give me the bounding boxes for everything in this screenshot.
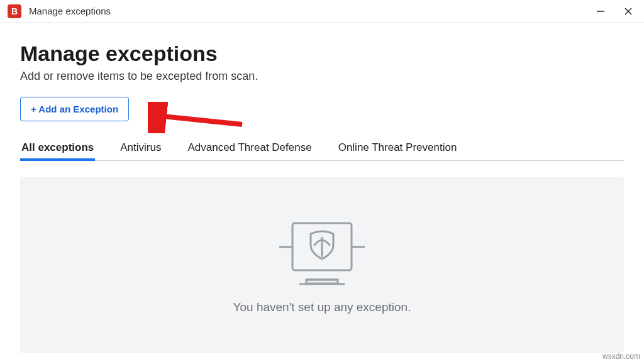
window-controls <box>592 3 636 19</box>
minimize-button[interactable] <box>592 3 609 19</box>
tab-online-threat-prevention[interactable]: Online Threat Prevention <box>337 138 458 160</box>
empty-state-text: You haven't set up any exception. <box>233 300 411 314</box>
close-button[interactable] <box>620 3 636 19</box>
add-exception-button[interactable]: + Add an Exception <box>20 97 129 121</box>
empty-state-panel: You haven't set up any exception. <box>20 177 624 353</box>
tab-advanced-threat-defense[interactable]: Advanced Threat Defense <box>186 138 313 160</box>
page-title: Manage exceptions <box>20 41 624 66</box>
titlebar: B Manage exceptions <box>0 0 644 23</box>
window-title: Manage exceptions <box>29 6 592 16</box>
add-exception-label: + Add an Exception <box>31 104 118 114</box>
app-icon: B <box>8 4 21 18</box>
empty-state-icon <box>275 217 369 289</box>
tab-all-exceptions[interactable]: All exceptions <box>20 138 95 160</box>
tabs: All exceptions Antivirus Advanced Threat… <box>20 138 624 161</box>
watermark: wsxdn.com <box>602 352 640 361</box>
page-subtitle: Add or remove items to be excepted from … <box>20 70 624 83</box>
tab-antivirus[interactable]: Antivirus <box>119 138 162 160</box>
content-area: Manage exceptions Add or remove items to… <box>0 23 644 353</box>
